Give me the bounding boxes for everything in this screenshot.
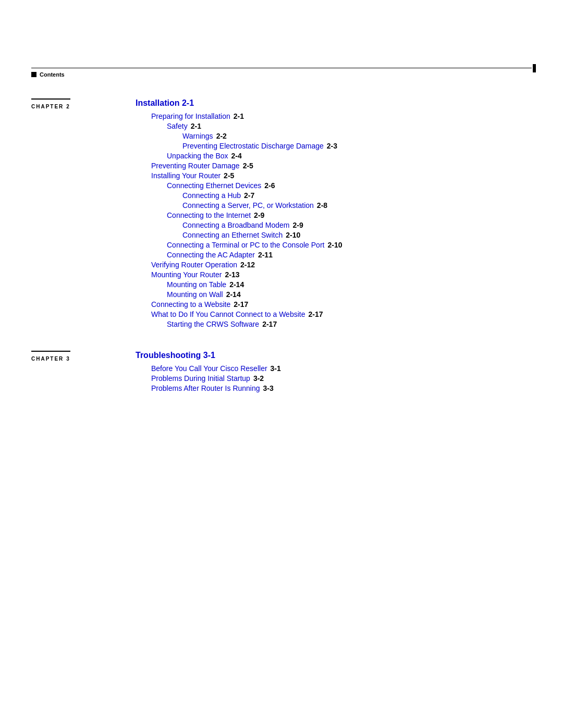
toc-entry-page: 2-2	[216, 132, 227, 140]
header-contents: Contents	[31, 71, 65, 78]
contents-label: Contents	[40, 71, 65, 78]
toc-entry-text: Mounting Your Router	[151, 270, 222, 279]
toc-entry-text: Preventing Electrostatic Discharge Damag…	[182, 142, 324, 150]
chapter-label-col-2: CHAPTER 2	[31, 98, 136, 330]
toc-entry-0-1: Safety2-1	[136, 122, 532, 130]
toc-entry-text: Safety	[167, 122, 188, 130]
chapter-title-3: Troubleshooting 3-1	[136, 351, 532, 360]
top-rule	[31, 68, 532, 68]
toc-entry-0-19: Connecting to a Website2-17	[136, 300, 532, 309]
toc-entry-0-4: Unpacking the Box2-4	[136, 152, 532, 160]
toc-entry-text: What to Do If You Cannot Connect to a We…	[151, 310, 305, 318]
toc-entry-page: 2-14	[226, 290, 241, 299]
toc-entry-0-6: Installing Your Router2-5	[136, 171, 532, 180]
toc-entry-page: 2-1	[191, 122, 201, 130]
toc-entry-text: Connecting a Broadband Modem	[182, 221, 289, 229]
chapter-title-2: Installation 2-1	[136, 98, 532, 108]
chapter-label-2: CHAPTER 2	[31, 98, 70, 109]
toc-entry-page: 2-10	[286, 231, 300, 239]
toc-entry-0-12: Connecting an Ethernet Switch2-10	[136, 231, 532, 239]
toc-col-2: Installation 2-1Preparing for Installati…	[136, 98, 532, 330]
toc-entry-text: Verifying Router Operation	[151, 261, 237, 269]
toc-entry-text: Connecting a Terminal or PC to the Conso…	[167, 241, 324, 249]
toc-entry-1-2: Problems After Router Is Running3-3	[136, 384, 532, 392]
toc-entry-1-0: Before You Call Your Cisco Reseller3-1	[136, 364, 532, 373]
toc-entry-page: 2-17	[262, 320, 277, 328]
toc-entry-0-2: Warnings2-2	[136, 132, 532, 140]
toc-entry-page: 2-1	[234, 112, 244, 120]
toc-entry-0-14: Connecting the AC Adapter2-11	[136, 251, 532, 259]
toc-entry-page: 2-17	[308, 310, 323, 318]
toc-entry-text: Connecting a Hub	[182, 191, 241, 200]
toc-entry-0-11: Connecting a Broadband Modem2-9	[136, 221, 532, 229]
toc-entry-text: Connecting Ethernet Devices	[167, 181, 261, 190]
header-square-icon	[31, 72, 36, 77]
toc-entry-page: 2-4	[231, 152, 242, 160]
toc-entry-1-1: Problems During Initial Startup3-2	[136, 374, 532, 382]
toc-entry-text: Mounting on Wall	[167, 290, 223, 299]
toc-entry-text: Preparing for Installation	[151, 112, 230, 120]
page: Contents CHAPTER 2Installation 2-1Prepar…	[0, 68, 563, 728]
toc-entry-text: Connecting the AC Adapter	[167, 251, 255, 259]
toc-entry-text: Unpacking the Box	[167, 152, 228, 160]
toc-entry-0-20: What to Do If You Cannot Connect to a We…	[136, 310, 532, 318]
toc-entry-text: Connecting to the Internet	[167, 211, 251, 219]
toc-entry-0-18: Mounting on Wall2-14	[136, 290, 532, 299]
toc-entry-0-15: Verifying Router Operation2-12	[136, 261, 532, 269]
toc-entry-text: Before You Call Your Cisco Reseller	[151, 364, 267, 373]
toc-entry-page: 2-11	[258, 251, 273, 259]
toc-entry-0-7: Connecting Ethernet Devices2-6	[136, 181, 532, 190]
toc-entry-page: 2-9	[292, 221, 303, 229]
toc-entry-0-0: Preparing for Installation2-1	[136, 112, 532, 120]
toc-entry-text: Problems After Router Is Running	[151, 384, 260, 392]
toc-entry-0-8: Connecting a Hub2-7	[136, 191, 532, 200]
toc-entry-0-9: Connecting a Server, PC, or Workstation2…	[136, 201, 532, 209]
toc-entry-page: 3-3	[263, 384, 274, 392]
toc-entry-page: 2-7	[244, 191, 254, 200]
toc-entry-page: 3-1	[271, 364, 281, 373]
toc-entry-text: Connecting to a Website	[151, 300, 230, 309]
main-content: CHAPTER 2Installation 2-1Preparing for I…	[0, 88, 563, 467]
toc-entry-0-3: Preventing Electrostatic Discharge Damag…	[136, 142, 532, 150]
toc-entry-page: 2-12	[240, 261, 255, 269]
chapter-label-3: CHAPTER 3	[31, 351, 70, 362]
toc-entry-text: Warnings	[182, 132, 213, 140]
toc-entry-page: 2-14	[229, 280, 244, 289]
toc-entry-page: 2-10	[327, 241, 342, 249]
toc-entry-0-10: Connecting to the Internet2-9	[136, 211, 532, 219]
toc-entry-0-21: Starting the CRWS Software2-17	[136, 320, 532, 328]
header-row: Contents	[0, 68, 563, 88]
toc-entry-page: 3-2	[253, 374, 264, 382]
toc-entry-0-17: Mounting on Table2-14	[136, 280, 532, 289]
toc-entry-0-13: Connecting a Terminal or PC to the Conso…	[136, 241, 532, 249]
toc-entry-text: Problems During Initial Startup	[151, 374, 250, 382]
toc-entry-text: Mounting on Table	[167, 280, 226, 289]
toc-entry-text: Preventing Router Damage	[151, 162, 240, 170]
toc-entry-page: 2-5	[224, 171, 234, 180]
toc-col-3: Troubleshooting 3-1Before You Call Your …	[136, 351, 532, 394]
toc-entry-page: 2-3	[327, 142, 337, 150]
toc-entry-page: 2-8	[317, 201, 327, 209]
toc-entry-0-5: Preventing Router Damage2-5	[136, 162, 532, 170]
toc-entry-page: 2-13	[225, 270, 239, 279]
toc-entry-page: 2-6	[264, 181, 275, 190]
toc-entry-page: 2-5	[243, 162, 253, 170]
toc-entry-text: Connecting an Ethernet Switch	[182, 231, 283, 239]
chapter-section-2: CHAPTER 2Installation 2-1Preparing for I…	[31, 98, 532, 330]
toc-entry-0-16: Mounting Your Router2-13	[136, 270, 532, 279]
chapters-container: CHAPTER 2Installation 2-1Preparing for I…	[31, 98, 532, 394]
toc-entry-page: 2-17	[234, 300, 248, 309]
toc-entry-page: 2-9	[254, 211, 264, 219]
chapter-label-col-3: CHAPTER 3	[31, 351, 136, 394]
chapter-section-3: CHAPTER 3Troubleshooting 3-1Before You C…	[31, 351, 532, 394]
toc-entry-text: Connecting a Server, PC, or Workstation	[182, 201, 314, 209]
toc-entry-text: Installing Your Router	[151, 171, 221, 180]
toc-entry-text: Starting the CRWS Software	[167, 320, 259, 328]
